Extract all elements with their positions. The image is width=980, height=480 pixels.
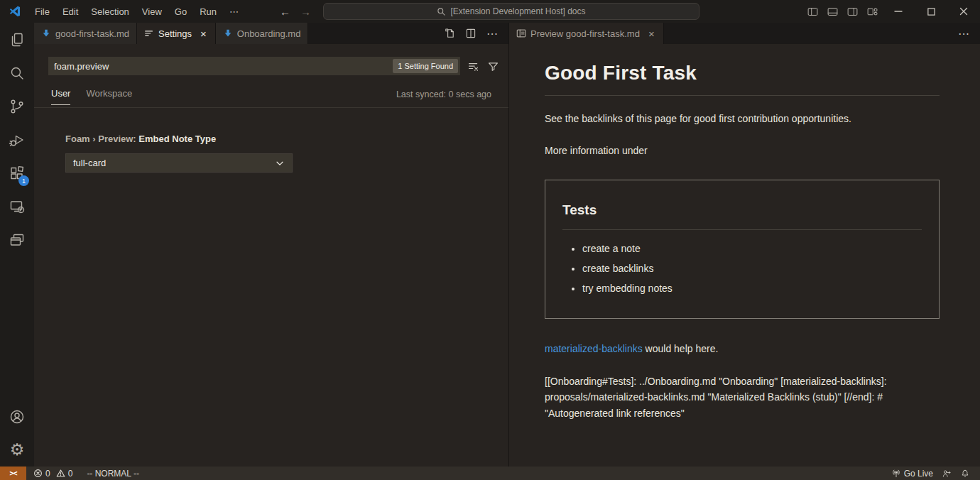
bell-icon — [960, 469, 970, 479]
menu-selection[interactable]: Selection — [85, 4, 135, 20]
link-references-text: [[Onboarding#Tests]: ../Onboarding.md "O… — [545, 373, 940, 422]
tab-onboarding[interactable]: Onboarding.md — [216, 23, 309, 44]
tab-bar-right: Preview good-first-task.md × ⋯ — [509, 23, 980, 44]
card-divider — [562, 229, 922, 230]
vim-mode-label: -- NORMAL -- — [87, 469, 139, 479]
maximize-button[interactable] — [915, 0, 947, 23]
settings-search-box[interactable]: 1 Setting Found — [48, 57, 460, 75]
navigate-back-icon[interactable]: ← — [280, 6, 290, 18]
settings-editor-icon — [144, 28, 154, 38]
setting-label: Foam › Preview: Embed Note Type — [65, 133, 508, 144]
minimize-button[interactable] — [882, 0, 915, 23]
list-item: try embedding notes — [582, 281, 922, 296]
tab-settings[interactable]: Settings × — [137, 23, 216, 44]
chevron-down-icon — [275, 158, 285, 168]
list-item: create a note — [582, 241, 922, 256]
backlink-paragraph: materialized-backlinks would help here. — [545, 342, 940, 356]
card-bullet-list: create a note create backlinks try embed… — [562, 241, 922, 296]
card-heading: Tests — [562, 200, 922, 221]
settings-search-input[interactable] — [48, 61, 354, 72]
setting-category: Foam › Preview: — [65, 133, 138, 144]
remote-indicator[interactable]: >< — [0, 467, 26, 480]
open-preview-icon — [516, 28, 526, 38]
error-icon — [33, 469, 43, 478]
vscode-window: File Edit Selection View Go Run ⋯ ← → [E… — [0, 0, 980, 480]
run-debug-icon[interactable] — [0, 123, 34, 156]
more-actions-icon[interactable]: ⋯ — [958, 27, 970, 40]
vscode-logo-icon — [9, 5, 21, 18]
problems-status[interactable]: 0 0 — [29, 467, 77, 480]
notifications-button[interactable] — [956, 467, 974, 480]
accounts-icon[interactable] — [0, 400, 34, 433]
remote-explorer-icon[interactable] — [0, 190, 34, 223]
go-live-label: Go Live — [904, 469, 933, 479]
settings-editor: 1 Setting Found User Workspace Last sync… — [34, 44, 508, 467]
warning-count: 0 — [68, 469, 73, 479]
tab-preview[interactable]: Preview good-first-task.md × — [509, 23, 664, 44]
menu-run[interactable]: Run — [193, 4, 223, 20]
settings-count-badge: 1 Setting Found — [393, 59, 458, 73]
scope-tab-user[interactable]: User — [51, 88, 70, 105]
title-bar: File Edit Selection View Go Run ⋯ ← → [E… — [0, 0, 980, 23]
menu-edit[interactable]: Edit — [56, 4, 85, 20]
tab-label: Preview good-first-task.md — [530, 28, 640, 39]
filter-settings-icon[interactable] — [486, 59, 500, 73]
preview-intro: See the backlinks of this page for good … — [545, 111, 940, 126]
tab-label: good-first-task.md — [55, 28, 129, 39]
navigate-forward-icon[interactable]: → — [300, 6, 311, 18]
warning-icon — [56, 469, 65, 478]
markdown-file-icon — [223, 28, 233, 38]
markdown-preview: Good First Task See the backlinks of thi… — [509, 44, 980, 467]
search-sidebar-icon[interactable] — [0, 56, 34, 89]
last-synced-label: Last synced: 0 secs ago — [396, 89, 491, 104]
extensions-icon[interactable]: 1 — [0, 156, 34, 190]
customize-layout-icon[interactable] — [862, 0, 882, 23]
broadcast-icon — [891, 469, 901, 479]
go-live-button[interactable]: Go Live — [887, 467, 937, 480]
more-actions-icon[interactable]: ⋯ — [486, 27, 499, 40]
settings-gear-icon[interactable]: ⚙ — [0, 433, 34, 467]
vim-mode-indicator[interactable]: -- NORMAL -- — [82, 467, 143, 480]
tab-good-first-task[interactable]: good-first-task.md — [34, 23, 137, 44]
clear-settings-search-icon[interactable] — [466, 59, 480, 73]
editor-group-right: Preview good-first-task.md × ⋯ Good Firs… — [508, 23, 980, 467]
remote-icon: >< — [9, 469, 16, 477]
preview-title: Good First Task — [545, 58, 940, 88]
menu-overflow-icon[interactable]: ⋯ — [223, 4, 245, 20]
status-bar: >< 0 0 -- NORMAL -- Go Live — [0, 467, 980, 480]
toggle-sidebar-icon[interactable] — [802, 0, 822, 23]
menu-go[interactable]: Go — [168, 4, 193, 20]
materialized-backlinks-link[interactable]: materialized-backlinks — [545, 343, 643, 354]
command-center-search[interactable]: [Extension Development Host] docs — [323, 3, 699, 20]
split-editor-icon[interactable] — [465, 28, 477, 39]
explorer-icon[interactable] — [0, 23, 34, 56]
live-share-icon — [942, 469, 952, 479]
extensions-badge: 1 — [18, 175, 29, 186]
setting-name: Embed Note Type — [138, 133, 216, 144]
settings-scope-row: User Workspace Last synced: 0 secs ago — [34, 85, 508, 108]
close-tab-icon[interactable]: × — [199, 28, 208, 40]
toggle-panel-icon[interactable] — [822, 0, 842, 23]
setting-embed-note-type: Foam › Preview: Embed Note Type full-car… — [65, 133, 508, 173]
source-control-icon[interactable] — [0, 89, 34, 123]
search-icon — [437, 7, 446, 16]
select-value: full-card — [73, 158, 106, 168]
activity-bar: 1 ⚙ — [0, 23, 34, 467]
open-settings-json-icon[interactable] — [444, 28, 455, 39]
close-button[interactable] — [947, 0, 980, 23]
list-item: create backlinks — [582, 261, 922, 276]
embedded-note-card: Tests create a note create backlinks try… — [545, 180, 940, 319]
menu-view[interactable]: View — [136, 4, 168, 20]
menu-file[interactable]: File — [28, 4, 56, 20]
close-tab-icon[interactable]: × — [647, 28, 656, 40]
embed-note-type-select[interactable]: full-card — [65, 153, 293, 173]
command-center-label: [Extension Development Host] docs — [450, 6, 585, 16]
title-divider — [545, 95, 940, 96]
toggle-secondary-sidebar-icon[interactable] — [842, 0, 862, 23]
windows-stack-icon[interactable] — [0, 223, 34, 256]
live-share-button[interactable] — [937, 467, 956, 480]
scope-tab-workspace[interactable]: Workspace — [86, 88, 132, 104]
tab-bar-left: good-first-task.md Settings × Onboarding… — [34, 23, 508, 44]
markdown-file-icon — [41, 28, 51, 38]
tab-label: Settings — [158, 28, 192, 39]
